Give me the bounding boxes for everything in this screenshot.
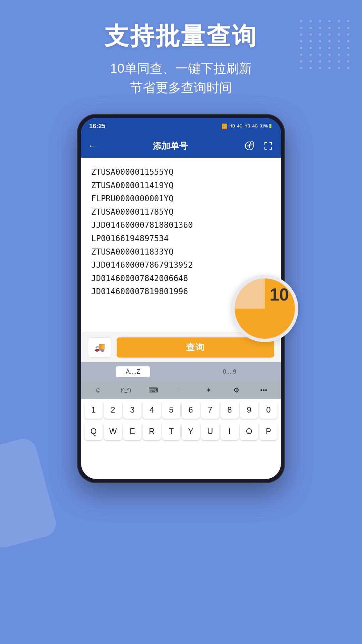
tracking-number-item: JJD014600007818801360 (91, 219, 271, 232)
key-0[interactable]: 0 (259, 401, 278, 419)
app-toolbar: ← 添加单号 + (81, 134, 281, 158)
truck-button[interactable]: 🚚 (88, 337, 111, 358)
keyboard-switch-key[interactable]: ⌨ (145, 383, 162, 397)
settings-key[interactable]: ⚙ (228, 383, 245, 397)
key-t[interactable]: T (162, 423, 180, 440)
key-8[interactable]: 8 (221, 401, 239, 419)
status-icons: 📶 HD 4G HD 4G 31%🔋 (222, 123, 273, 129)
emoticon-key[interactable]: (^_^) (117, 383, 134, 397)
key-3[interactable]: 3 (123, 401, 141, 419)
key-w[interactable]: W (104, 423, 122, 440)
tracking-number-item: LP00166194897534 (91, 232, 271, 246)
key-q[interactable]: Q (84, 423, 103, 440)
tracking-number-item: JJD014600007867913952 (91, 259, 271, 272)
keyboard-tab-az[interactable]: A....Z (116, 366, 150, 377)
4g2-icon: 4G (252, 124, 258, 128)
key-e[interactable]: E (123, 423, 141, 440)
fullscreen-icon[interactable] (262, 140, 274, 152)
keyboard-tab-09[interactable]: 0....9 (213, 366, 246, 377)
text-style-key[interactable]: T→ (172, 383, 190, 397)
badge-circle: 10 (231, 275, 298, 342)
badge-count: 10 (269, 284, 289, 305)
subtitle-line2: 节省更多查询时间 (0, 78, 362, 97)
key-y[interactable]: Y (182, 423, 200, 440)
key-5[interactable]: 5 (162, 401, 180, 419)
tracking-number-item: ZTUSA0000011833YQ (91, 246, 271, 259)
tracking-number-list: ZTUSA0000011555YQZTUSA0000011419YQFLPRU0… (91, 166, 271, 299)
battery-icon: 31%🔋 (260, 124, 273, 128)
main-title: 支持批量查询 (0, 20, 362, 52)
keyboard-function-row: ☺ (^_^) ⌨ T→ ✦ ⚙ ••• (81, 381, 281, 399)
toolbar-title: 添加单号 (103, 140, 238, 152)
key-9[interactable]: 9 (240, 401, 258, 419)
emoji-key[interactable]: ☺ (89, 383, 107, 397)
4g-icon: 4G (237, 124, 243, 128)
tracking-number-item: ZTUSA0000011419YQ (91, 179, 271, 193)
truck-icon: 🚚 (94, 342, 105, 353)
tracking-number-item: FLPRU0000000001YQ (91, 192, 271, 206)
signal-text: HD (229, 124, 235, 128)
query-button[interactable]: 查询 (117, 337, 274, 358)
number-row: 1 2 3 4 5 6 7 8 9 0 (81, 399, 281, 421)
letter-row-qp: Q W E R T Y U I O P (81, 421, 281, 442)
tracking-number-item: ZTUSA0000011785YQ (91, 206, 271, 219)
back-button[interactable]: ← (88, 141, 97, 151)
bg-decoration-shape (0, 436, 59, 550)
key-7[interactable]: 7 (201, 401, 219, 419)
phone-mockup: 16:25 📶 HD 4G HD 4G 31%🔋 ← 添加单号 (77, 114, 285, 483)
more-key[interactable]: ••• (255, 383, 273, 397)
top-header: 支持批量查询 10单同查、一键下拉刷新 节省更多查询时间 (0, 20, 362, 97)
key-6[interactable]: 6 (182, 401, 200, 419)
wifi-icon: 📶 (222, 123, 227, 129)
keyboard-tabs: A....Z 0....9 (81, 362, 281, 381)
tracking-number-item: ZTUSA0000011555YQ (91, 166, 271, 179)
status-bar: 16:25 📶 HD 4G HD 4G 31%🔋 (81, 118, 281, 134)
subtitle-line1: 10单同查、一键下拉刷新 (0, 59, 362, 78)
key-i[interactable]: I (221, 423, 239, 440)
status-time: 16:25 (89, 122, 106, 130)
arrows-key[interactable]: ✦ (200, 383, 217, 397)
key-r[interactable]: R (143, 423, 161, 440)
svg-text:+: + (251, 143, 253, 145)
scan-add-icon[interactable]: + (243, 140, 255, 152)
main-subtitle: 10单同查、一键下拉刷新 节省更多查询时间 (0, 59, 362, 97)
key-u[interactable]: U (201, 423, 219, 440)
key-p[interactable]: P (259, 423, 278, 440)
key-2[interactable]: 2 (104, 401, 122, 419)
toolbar-icons: + (243, 140, 274, 152)
key-4[interactable]: 4 (143, 401, 161, 419)
key-1[interactable]: 1 (84, 401, 103, 419)
signal2-text: HD (245, 124, 250, 128)
key-o[interactable]: O (240, 423, 258, 440)
